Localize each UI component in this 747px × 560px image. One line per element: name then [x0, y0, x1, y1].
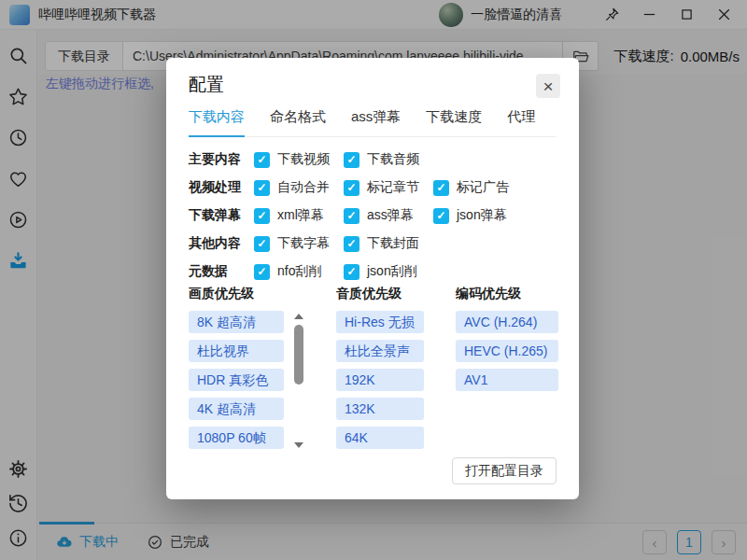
config-dialog: 配置 下载内容 命名格式 ass弹幕 下载速度 代理 主要内容 下载视频 下载音…: [166, 58, 579, 499]
audio-item[interactable]: 杜比全景声: [336, 340, 424, 362]
scroll-down-arrow-icon[interactable]: [294, 442, 303, 448]
audio-item[interactable]: 192K: [336, 369, 424, 391]
audio-item[interactable]: Hi-Res 无损: [336, 311, 424, 333]
row-metadata: 元数据 nfo刮削 json刮削: [189, 258, 523, 286]
codec-priority-list: 编码优先级 AVC (H.264) HEVC (H.265) AV1: [456, 286, 558, 398]
config-tabs: 下载内容 命名格式 ass弹幕 下载速度 代理: [189, 108, 557, 137]
tab-download-speed[interactable]: 下载速度: [426, 108, 482, 136]
checkbox-section: 主要内容 下载视频 下载音频 视频处理 自动合并 标记章节 标记广告 下载弹幕 …: [189, 146, 523, 286]
priority-section: 画质优先级 8K 超高清 杜比视界 HDR 真彩色 4K 超高清 1080P 6…: [189, 286, 557, 450]
codec-item[interactable]: HEVC (H.265): [456, 340, 558, 362]
checkbox-download-subtitles[interactable]: [254, 236, 270, 252]
checkbox-xml-danmaku[interactable]: [254, 208, 270, 224]
tab-proxy[interactable]: 代理: [507, 108, 535, 136]
tab-download-content[interactable]: 下载内容: [189, 108, 245, 137]
tab-naming-format[interactable]: 命名格式: [270, 108, 326, 136]
quality-item[interactable]: 4K 超高清: [189, 398, 284, 420]
checkbox-auto-merge[interactable]: [254, 180, 270, 196]
checkbox-json-danmaku[interactable]: [433, 208, 449, 224]
scrollbar-thumb[interactable]: [294, 325, 303, 385]
quality-item[interactable]: 1080P 60帧: [189, 427, 284, 449]
checkbox-download-cover[interactable]: [344, 236, 359, 252]
checkbox-json-scrape[interactable]: [344, 264, 359, 280]
checkbox-download-audio[interactable]: [344, 152, 359, 168]
checkbox-nfo-scrape[interactable]: [254, 264, 270, 280]
app-window: 哔哩哔哩视频下载器 一脸懵逼的清喜: [0, 0, 747, 560]
checkbox-mark-chapters[interactable]: [344, 180, 359, 196]
row-main-content: 主要内容 下载视频 下载音频: [189, 146, 523, 174]
dialog-close-icon[interactable]: [536, 74, 560, 98]
open-config-dir-button[interactable]: 打开配置目录: [452, 457, 557, 484]
codec-item[interactable]: AVC (H.264): [456, 311, 558, 333]
quality-item[interactable]: 8K 超高清: [189, 311, 284, 333]
dialog-title: 配置: [189, 73, 224, 97]
quality-item[interactable]: 杜比视界: [189, 340, 284, 362]
video-quality-priority-list: 画质优先级 8K 超高清 杜比视界 HDR 真彩色 4K 超高清 1080P 6…: [189, 286, 304, 455]
row-download-danmaku: 下载弹幕 xml弹幕 ass弹幕 json弹幕: [189, 202, 523, 230]
checkbox-ass-danmaku[interactable]: [344, 208, 359, 224]
quality-item[interactable]: HDR 真彩色: [189, 369, 284, 391]
audio-item[interactable]: 64K: [336, 427, 424, 449]
row-other-content: 其他内容 下载字幕 下载封面: [189, 230, 523, 258]
checkbox-download-video[interactable]: [254, 152, 270, 168]
tab-ass-danmaku[interactable]: ass弹幕: [351, 108, 401, 136]
codec-item[interactable]: AV1: [456, 369, 558, 391]
scroll-up-arrow-icon[interactable]: [294, 314, 303, 319]
row-video-processing: 视频处理 自动合并 标记章节 标记广告: [189, 174, 523, 202]
audio-quality-priority-list: 音质优先级 Hi-Res 无损 杜比全景声 192K 132K 64K: [336, 286, 424, 455]
audio-item[interactable]: 132K: [336, 398, 424, 420]
quality-list-scrollbar[interactable]: [293, 312, 304, 450]
checkbox-mark-ads[interactable]: [433, 180, 449, 196]
